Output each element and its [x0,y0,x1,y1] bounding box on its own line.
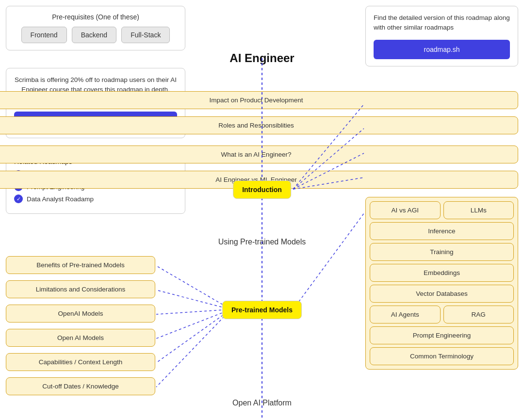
prereq-box: Pre-requisites (One of these) Frontend B… [6,6,185,50]
right-row-6: AI Agents RAG [370,306,514,323]
right-node-rag[interactable]: RAG [443,306,514,323]
right-node-vector-db[interactable]: Vector Databases [370,285,514,303]
right-node-training[interactable]: Training [370,243,514,261]
svg-line-8 [156,290,231,309]
related-item-3[interactable]: ✓ Data Analyst Roadamp [14,194,177,203]
right-node-ai-agents[interactable]: AI Agents [370,306,441,323]
left-node-open-ai-models[interactable]: Open AI Models [6,329,155,347]
left-node-benefits[interactable]: Benefits of Pre-trained Models [6,256,155,274]
left-node-capabilities[interactable]: Capabilities / Context Length [6,353,155,371]
left-node-openai-models[interactable]: OpenAI Models [6,305,155,323]
svg-line-9 [156,309,231,314]
svg-line-13 [293,213,364,309]
related-label-3: Data Analyst Roadamp [27,195,94,203]
right-node-what-is[interactable]: What is an AI Engineer? [0,145,518,163]
prereq-title: Pre-requisites (One of these) [14,13,177,21]
introduction-node[interactable]: Introduction [233,180,291,199]
right-node-common-terminology[interactable]: Common Terminology [370,347,514,365]
fullstack-button[interactable]: Full-Stack [121,27,170,43]
right-row-1: AI vs AGI LLMs [370,201,514,219]
frontend-button[interactable]: Frontend [21,27,67,43]
right-node-inference[interactable]: Inference [370,222,514,240]
svg-line-10 [156,309,231,339]
right-node-roles[interactable]: Roles and Responsiblities [0,116,518,134]
svg-line-11 [156,309,231,363]
check-icon-3: ✓ [14,194,23,203]
left-node-limitations[interactable]: Limitations and Considerations [6,280,155,298]
svg-line-7 [156,266,231,309]
pretrained-node[interactable]: Pre-trained Models [222,301,302,319]
using-pretrained-label: Using Pre-trained Models [209,238,315,246]
roadmap-text: Find the detailed version of this roadma… [374,13,510,33]
right-node-ai-agi[interactable]: AI vs AGI [370,201,441,219]
right-node-impact[interactable]: Impact on Product Development [0,91,518,109]
right-node-embeddings[interactable]: Embeddings [370,264,514,282]
right-node-prompt-eng[interactable]: Prompt Engineering [370,326,514,344]
svg-line-12 [156,309,231,387]
roadmap-box: Find the detailed version of this roadma… [365,6,518,66]
open-ai-platform-label: Open AI Platform [209,399,315,407]
right-node-llms[interactable]: LLMs [443,201,514,219]
backend-button[interactable]: Backend [72,27,116,43]
right-pretrained-group: AI vs AGI LLMs Inference Training Embedd… [365,197,518,370]
left-node-cutoff[interactable]: Cut-off Dates / Knowledge [6,377,155,395]
roadmap-button[interactable]: roadmap.sh [374,40,510,59]
prereq-buttons: Frontend Backend Full-Stack [14,27,177,43]
ai-engineer-title: AI Engineer [213,51,311,65]
